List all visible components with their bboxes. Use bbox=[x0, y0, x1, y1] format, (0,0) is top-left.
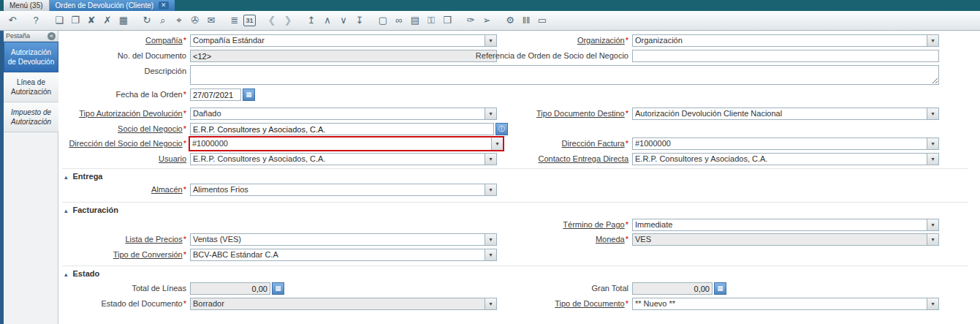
calendar-icon[interactable]: 31 bbox=[243, 15, 256, 26]
section-facturacion[interactable]: ▴Facturación bbox=[64, 204, 118, 216]
toggle-grid-icon[interactable]: ≣ bbox=[227, 13, 242, 28]
socio-negocio-input[interactable] bbox=[190, 123, 494, 135]
section-entrega[interactable]: ▴Entrega bbox=[64, 170, 103, 182]
tipo-documento-label[interactable]: Tipo de Documento* bbox=[464, 298, 628, 310]
new-record-icon[interactable]: ❏ bbox=[52, 13, 67, 28]
chat-icon[interactable]: ✉ bbox=[204, 13, 219, 28]
next-record-icon[interactable]: ❯ bbox=[281, 13, 295, 28]
last-record-icon[interactable]: ↧ bbox=[352, 13, 367, 28]
export-icon[interactable]: ❒ bbox=[440, 13, 455, 28]
organizacion-select[interactable]: Organización ▾ bbox=[632, 34, 939, 47]
almacen-label[interactable]: Almacén* bbox=[58, 184, 186, 196]
help-icon[interactable]: ? bbox=[29, 13, 43, 28]
chevron-down-icon[interactable]: ▾ bbox=[927, 234, 938, 245]
archive-icon[interactable]: ∞ bbox=[392, 13, 406, 28]
termino-pago-label[interactable]: Término de Pago* bbox=[464, 219, 628, 231]
tab-menu[interactable]: Menú (35) bbox=[4, 0, 50, 11]
preferences-icon[interactable]: ⚙ bbox=[503, 13, 517, 28]
detail-record-icon[interactable]: ∨ bbox=[336, 13, 351, 28]
compania-select[interactable]: Compañía Estándar ▾ bbox=[190, 34, 497, 47]
parent-record-icon[interactable]: ∧ bbox=[320, 13, 335, 28]
tipo-autorizacion-label[interactable]: Tipo Autorización Devolución* bbox=[58, 108, 186, 120]
socio-negocio-label[interactable]: Socio del Negocio* bbox=[58, 123, 186, 135]
descripcion-textarea[interactable] bbox=[190, 65, 939, 85]
organizacion-label[interactable]: Organización* bbox=[464, 34, 628, 47]
lock-icon[interactable]: ⚿ bbox=[424, 13, 438, 28]
chevron-down-icon[interactable]: ▾ bbox=[485, 249, 496, 260]
calculator-icon: ▦ bbox=[717, 285, 723, 292]
chevron-down-icon[interactable]: ▾ bbox=[927, 35, 938, 46]
chevron-down-icon[interactable]: ▾ bbox=[927, 108, 938, 119]
calculator-button[interactable]: ▦ bbox=[714, 282, 726, 295]
referencia-input[interactable] bbox=[632, 50, 939, 62]
calculator-button[interactable]: ▦ bbox=[272, 282, 284, 295]
delete-selection-icon[interactable]: ✗ bbox=[100, 13, 115, 28]
close-tab-icon[interactable]: ✕ bbox=[159, 1, 169, 10]
section-estado[interactable]: ▴Estado bbox=[64, 268, 99, 279]
tab-panel-header: Pestaña « bbox=[4, 31, 58, 42]
form-row: Almacén* Alimentos Frios ▾ bbox=[58, 184, 980, 197]
tab-linea-de-autorizacion[interactable]: Línea de Autorización bbox=[4, 72, 58, 102]
tipo-conversion-select[interactable]: BCV-ABC Estándar C.A ▾ bbox=[190, 249, 497, 261]
tipo-documento-destino-select[interactable]: Autorización Devolución Cliente Nacional… bbox=[632, 108, 939, 120]
tipo-conversion-label[interactable]: Tipo de Conversión* bbox=[58, 249, 186, 261]
print-icon[interactable]: ▤ bbox=[408, 13, 422, 28]
collapse-section-icon[interactable]: ▴ bbox=[64, 207, 68, 214]
collapse-section-icon[interactable]: ▴ bbox=[64, 271, 68, 278]
direccion-socio-select[interactable]: #1000000 ▾ bbox=[189, 136, 504, 151]
report-icon[interactable]: ✑ bbox=[463, 13, 478, 28]
chevron-down-icon[interactable]: ▾ bbox=[927, 298, 938, 309]
usuario-label[interactable]: Usuario bbox=[58, 153, 186, 165]
form-view-icon[interactable]: ▢ bbox=[376, 13, 390, 28]
separator bbox=[62, 168, 968, 169]
refresh-icon[interactable]: ↻ bbox=[140, 13, 154, 28]
form-row: Usuario E.R.P. Consultores y Asociados, … bbox=[58, 153, 980, 166]
total-lineas-input[interactable] bbox=[190, 282, 270, 295]
delete-record-icon[interactable]: ✘ bbox=[84, 13, 99, 28]
direccion-socio-label[interactable]: Dirección del Socio del Negocio* bbox=[58, 137, 186, 150]
find-record-icon[interactable]: ⌕ bbox=[156, 13, 170, 28]
estado-documento-select[interactable]: Borrador ▾ bbox=[190, 298, 497, 310]
product-info-icon[interactable]: ‖‖ bbox=[519, 13, 533, 28]
no-documento-input[interactable] bbox=[190, 50, 497, 62]
calendar-button[interactable]: ▦ bbox=[243, 88, 255, 101]
direccion-factura-label[interactable]: Dirección Factura* bbox=[464, 137, 628, 150]
moneda-label[interactable]: Moneda* bbox=[464, 233, 628, 246]
gran-total-input[interactable] bbox=[632, 282, 713, 295]
previous-record-icon[interactable]: ❮ bbox=[265, 13, 279, 28]
report-panel-icon[interactable]: ▭ bbox=[535, 13, 550, 28]
compania-label[interactable]: Compañía* bbox=[58, 34, 186, 47]
tab-impuesto-de-autorizacion[interactable]: Impuesto de Autorización bbox=[4, 102, 58, 132]
copy-record-icon[interactable]: ❐ bbox=[68, 13, 83, 28]
workflow-icon[interactable]: ➢ bbox=[479, 13, 494, 28]
chevron-down-icon[interactable]: ▾ bbox=[927, 154, 938, 165]
direccion-factura-select[interactable]: #1000000 ▾ bbox=[632, 137, 939, 150]
save-icon[interactable]: ▦ bbox=[116, 13, 131, 28]
tab-orden-devolucion-cliente[interactable]: Orden de Devolución (Cliente) ✕ bbox=[50, 0, 175, 11]
undo-icon[interactable]: ↶ bbox=[5, 13, 20, 28]
collapse-panel-icon[interactable]: « bbox=[48, 32, 56, 40]
collapse-section-icon[interactable]: ▴ bbox=[64, 173, 68, 181]
almacen-select[interactable]: Alimentos Frios ▾ bbox=[190, 184, 497, 196]
chevron-down-icon[interactable]: ▾ bbox=[485, 184, 496, 195]
zoom-icon[interactable]: ⌖ bbox=[172, 13, 186, 28]
chevron-down-icon[interactable]: ▾ bbox=[927, 219, 938, 230]
lista-precios-select[interactable]: Ventas (VES) ▾ bbox=[190, 233, 497, 246]
tipo-documento-destino-label[interactable]: Tipo Documento Destino* bbox=[464, 108, 628, 120]
fecha-orden-input[interactable] bbox=[190, 88, 241, 101]
tab-panel-title: Pestaña bbox=[6, 32, 30, 39]
moneda-select[interactable]: VES ▾ bbox=[632, 233, 939, 246]
contacto-entrega-select[interactable]: E.R.P. Consultores y Asociados, C.A. ▾ bbox=[632, 153, 939, 165]
usuario-select[interactable]: E.R.P. Consultores y Asociados, C.A. ▾ bbox=[190, 153, 497, 165]
tipo-documento-select[interactable]: ** Nuevo ** ▾ bbox=[632, 298, 939, 310]
attachment-icon[interactable]: ✇ bbox=[188, 13, 202, 28]
toolbar: ↶?❏❐✘✗▦↻⌕⌖✇✉≣31❮❯↥∧∨↧▢∞▤⚿❒✑➢⚙‖‖▭ bbox=[0, 11, 980, 31]
business-partner-info-button[interactable]: ⓘ bbox=[495, 123, 508, 135]
lista-precios-label[interactable]: Lista de Precios* bbox=[58, 233, 186, 246]
contacto-entrega-label[interactable]: Contacto Entrega Directa bbox=[464, 153, 628, 165]
termino-pago-select[interactable]: Immediate ▾ bbox=[632, 219, 939, 231]
first-record-icon[interactable]: ↥ bbox=[304, 13, 319, 28]
tipo-autorizacion-select[interactable]: Dañado ▾ bbox=[190, 108, 497, 120]
chevron-down-icon[interactable]: ▾ bbox=[927, 138, 938, 149]
tab-autorizacion-de-devolucion[interactable]: Autorización de Devolución bbox=[4, 42, 58, 72]
